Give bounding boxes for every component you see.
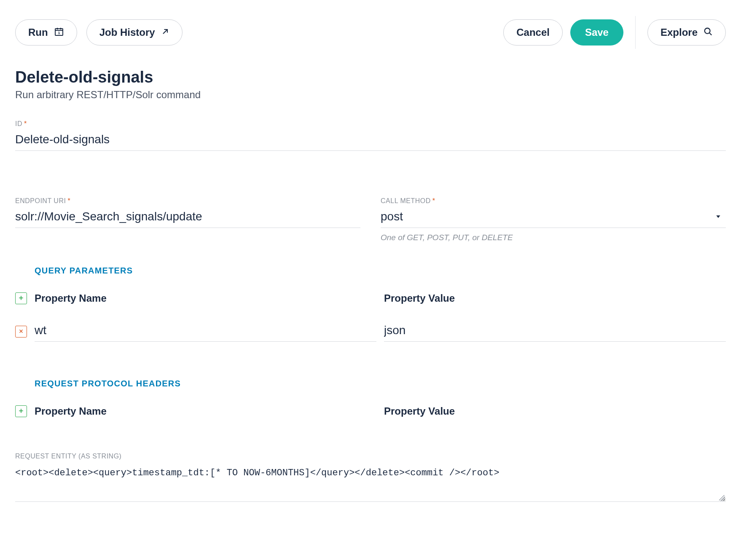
search-icon xyxy=(703,27,713,38)
endpoint-input[interactable] xyxy=(15,207,360,228)
method-select[interactable] xyxy=(381,207,726,228)
request-entity-textarea[interactable] xyxy=(15,463,726,502)
history-label: Job History xyxy=(99,27,155,38)
remove-query-param-button[interactable] xyxy=(15,326,27,338)
ph-value-header: Property Value xyxy=(384,405,726,417)
method-helper: One of GET, POST, PUT, or DELETE xyxy=(381,233,726,242)
method-field-group: CALL METHOD* One of GET, POST, PUT, or D… xyxy=(381,197,726,242)
endpoint-field-group: ENDPOINT URI* xyxy=(15,197,360,242)
qp-name-header: Property Name xyxy=(35,292,376,304)
id-field-group: ID* xyxy=(15,120,726,151)
svg-line-7 xyxy=(709,33,711,35)
toolbar: Run 1 Job History xyxy=(15,16,726,49)
query-params-header-row: Property Name Property Value xyxy=(15,292,726,304)
svg-point-6 xyxy=(705,28,710,34)
add-query-param-button[interactable] xyxy=(15,292,27,304)
id-input[interactable] xyxy=(15,130,726,151)
proto-headers-header-row: Property Name Property Value xyxy=(15,405,726,417)
page-title: Delete-old-signals xyxy=(15,68,726,86)
cancel-button[interactable]: Cancel xyxy=(503,19,563,46)
plus-icon xyxy=(18,295,24,302)
job-history-button[interactable]: Job History xyxy=(86,19,183,46)
explore-label: Explore xyxy=(660,27,698,38)
qp-name-input[interactable] xyxy=(35,321,376,342)
explore-button[interactable]: Explore xyxy=(647,19,726,46)
entity-label: REQUEST ENTITY (AS STRING) xyxy=(15,453,726,460)
run-button[interactable]: Run 1 xyxy=(15,19,77,46)
save-button[interactable]: Save xyxy=(570,19,623,46)
query-param-row xyxy=(15,321,726,342)
svg-line-5 xyxy=(163,29,167,34)
add-proto-header-button[interactable] xyxy=(15,405,27,417)
plus-icon xyxy=(18,408,24,415)
calendar-icon: 1 xyxy=(54,27,64,38)
qp-value-header: Property Value xyxy=(384,292,726,304)
endpoint-label: ENDPOINT URI* xyxy=(15,197,360,205)
proto-headers-heading: REQUEST PROTOCOL HEADERS xyxy=(35,379,726,389)
save-label: Save xyxy=(585,27,609,38)
method-label: CALL METHOD* xyxy=(381,197,726,205)
run-label: Run xyxy=(28,27,48,38)
cancel-label: Cancel xyxy=(516,27,550,38)
qp-value-input[interactable] xyxy=(384,321,726,342)
id-label: ID* xyxy=(15,120,726,128)
toolbar-divider xyxy=(635,16,636,49)
external-link-icon xyxy=(161,27,169,38)
svg-text:1: 1 xyxy=(58,31,60,35)
ph-name-header: Property Name xyxy=(35,405,376,417)
page-subtitle: Run arbitrary REST/HTTP/Solr command xyxy=(15,89,726,101)
query-params-heading: QUERY PARAMETERS xyxy=(35,266,726,276)
close-icon xyxy=(19,329,24,335)
